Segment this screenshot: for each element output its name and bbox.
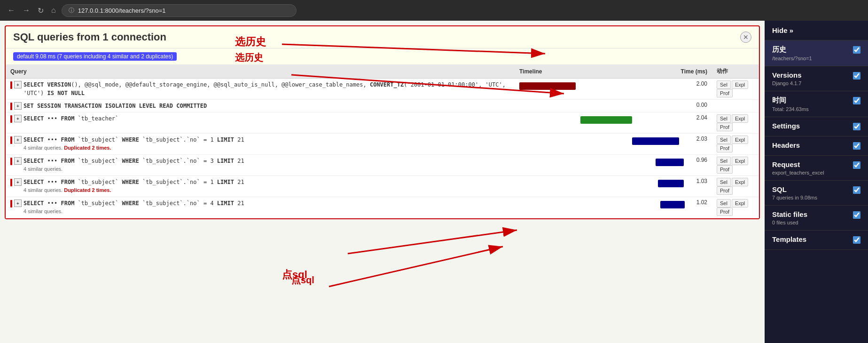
sidebar-item-sub-static-files: 0 files used: [772, 220, 853, 225]
timeline-cell: [515, 134, 665, 155]
sidebar-item-static-files[interactable]: Static files0 files used: [765, 206, 868, 231]
similar-note: 4 similar queries.: [23, 208, 244, 214]
expl-button[interactable]: Expl: [732, 178, 748, 186]
close-button[interactable]: ✕: [740, 32, 751, 43]
action-cell: SelExplProf: [712, 176, 759, 197]
sidebar-checkbox-versions[interactable]: [853, 72, 860, 80]
sidebar-item-title-request: Request: [772, 160, 853, 168]
main-container: SQL queries from 1 connection ✕ default …: [0, 0, 868, 343]
row-indicator: [10, 200, 12, 207]
table-row: +SELECT ••• FROM `tb_subject` WHERE `tb_…: [6, 155, 759, 176]
sidebar-item-content-static-files: Static files0 files used: [772, 210, 853, 225]
expl-button[interactable]: Expl: [732, 199, 748, 207]
sel-button[interactable]: Sel: [717, 178, 731, 186]
sidebar-item-request[interactable]: Requestexport_teachers_excel: [765, 156, 868, 181]
row-indicator: [10, 115, 12, 123]
sidebar-item-settings[interactable]: Settings: [765, 117, 868, 136]
timeline-cell: [515, 197, 665, 218]
sidebar-item-title-headers: Headers: [772, 141, 853, 149]
back-button[interactable]: ←: [6, 4, 17, 16]
similar-note: 4 similar queries. Duplicated 2 times.: [23, 145, 244, 151]
expand-button[interactable]: +: [14, 136, 22, 144]
expl-button[interactable]: Expl: [732, 157, 748, 165]
query-text: SELECT ••• FROM `tb_subject` WHERE `tb_s…: [23, 136, 244, 151]
sidebar-item-time[interactable]: 时间Total: 234.63ms: [765, 91, 868, 117]
expand-button[interactable]: +: [14, 199, 22, 207]
sel-button[interactable]: Sel: [717, 136, 731, 144]
query-col-header: Query: [6, 64, 515, 79]
expand-button[interactable]: +: [14, 157, 22, 165]
sidebar-checkbox-history[interactable]: [853, 46, 860, 54]
sidebar-checkbox-sql[interactable]: [853, 186, 860, 194]
default-badge: default 9.08 ms (7 queries including 4 s…: [13, 52, 177, 61]
sql-annotation: 点sql: [291, 274, 314, 287]
home-button[interactable]: ⌂: [49, 4, 58, 16]
expl-button[interactable]: Expl: [732, 114, 748, 123]
expand-button[interactable]: +: [14, 178, 22, 186]
prof-button[interactable]: Prof: [717, 186, 733, 195]
query-text: SELECT VERSION(), @@sql_mode, @@default_…: [23, 80, 510, 97]
forward-button[interactable]: →: [21, 4, 32, 16]
sidebar-checkbox-settings[interactable]: [853, 123, 860, 130]
sql-annotation-label: 点sql: [282, 268, 307, 282]
timeline-bar: [632, 137, 679, 145]
sidebar-checkbox-time[interactable]: [853, 97, 860, 104]
query-text: SELECT ••• FROM `tb_subject` WHERE `tb_s…: [23, 157, 244, 172]
annotation-area: 选历史 点sql: [0, 221, 765, 343]
prof-button[interactable]: Prof: [717, 144, 733, 152]
sidebar-item-content-time: 时间Total: 234.63ms: [772, 96, 853, 112]
sidebar-item-sub-versions: Django 4.1.7: [772, 80, 853, 86]
table-row: +SELECT VERSION(), @@sql_mode, @@default…: [6, 79, 759, 100]
prof-button[interactable]: Prof: [717, 123, 733, 131]
sidebar-checkbox-request[interactable]: [853, 161, 860, 169]
sel-button[interactable]: Sel: [717, 157, 731, 165]
sidebar-checkbox-templates[interactable]: [853, 236, 860, 244]
timeline-bar: [580, 116, 632, 124]
expand-button[interactable]: +: [14, 115, 22, 122]
action-cell: SelExplProf: [712, 112, 759, 134]
sidebar-item-title-time: 时间: [772, 96, 853, 105]
sidebar-item-title-templates: Templates: [772, 235, 853, 243]
sidebar-item-content-settings: Settings: [772, 122, 853, 131]
sidebar-item-headers[interactable]: Headers: [765, 136, 868, 156]
prof-button[interactable]: Prof: [717, 89, 733, 97]
sidebar-item-content-headers: Headers: [772, 141, 853, 151]
sidebar-checkbox-static-files[interactable]: [853, 211, 860, 219]
query-table: Query Timeline Time (ms) 动作 +SELECT VERS…: [6, 64, 759, 218]
table-header-row: Query Timeline Time (ms) 动作: [6, 64, 759, 79]
sidebar-item-history[interactable]: 历史/teachers/?sno=1: [765, 40, 868, 66]
refresh-button[interactable]: ↻: [36, 4, 46, 17]
timeline-cell: [515, 155, 665, 176]
query-cell: +SELECT ••• FROM `tb_subject` WHERE `tb_…: [6, 197, 515, 218]
row-indicator: [10, 179, 12, 186]
sidebar-item-versions[interactable]: VersionsDjango 4.1.7: [765, 66, 868, 91]
sel-button[interactable]: Sel: [717, 199, 731, 207]
action-cell: [712, 100, 759, 112]
sidebar-item-sql[interactable]: SQL7 queries in 9.08ms: [765, 181, 868, 206]
right-sidebar: Hide » 历史/teachers/?sno=1VersionsDjango …: [765, 21, 868, 343]
sidebar-item-content-request: Requestexport_teachers_excel: [772, 160, 853, 175]
query-cell: +SELECT VERSION(), @@sql_mode, @@default…: [6, 79, 515, 100]
table-row: +SELECT ••• FROM `tb_subject` WHERE `tb_…: [6, 134, 759, 155]
query-text: SELECT ••• FROM `tb_subject` WHERE `tb_s…: [23, 178, 244, 193]
table-row: +SELECT ••• FROM `tb_teacher`2.04SelExpl…: [6, 112, 759, 134]
svg-line-5: [329, 247, 503, 287]
row-indicator: [10, 136, 12, 144]
sidebar-item-templates[interactable]: Templates: [765, 231, 868, 250]
sel-button[interactable]: Sel: [717, 114, 731, 123]
sel-button[interactable]: Sel: [717, 80, 731, 89]
expand-button[interactable]: +: [14, 102, 22, 110]
expl-button[interactable]: Expl: [732, 80, 748, 89]
time-cell: 2.00: [665, 79, 712, 100]
action-cell: SelExplProf: [712, 134, 759, 155]
timeline-cell: [515, 112, 665, 134]
expl-button[interactable]: Expl: [732, 136, 748, 144]
prof-button[interactable]: Prof: [717, 165, 733, 174]
hide-button[interactable]: Hide »: [765, 21, 868, 40]
action-cell: SelExplProf: [712, 197, 759, 218]
sidebar-item-sub-request: export_teachers_excel: [772, 170, 853, 175]
sidebar-checkbox-headers[interactable]: [853, 142, 860, 150]
prof-button[interactable]: Prof: [717, 207, 733, 216]
address-bar[interactable]: ⓘ 127.0.0.1:8000/teachers/?sno=1: [62, 4, 297, 17]
expand-button[interactable]: +: [14, 81, 22, 88]
